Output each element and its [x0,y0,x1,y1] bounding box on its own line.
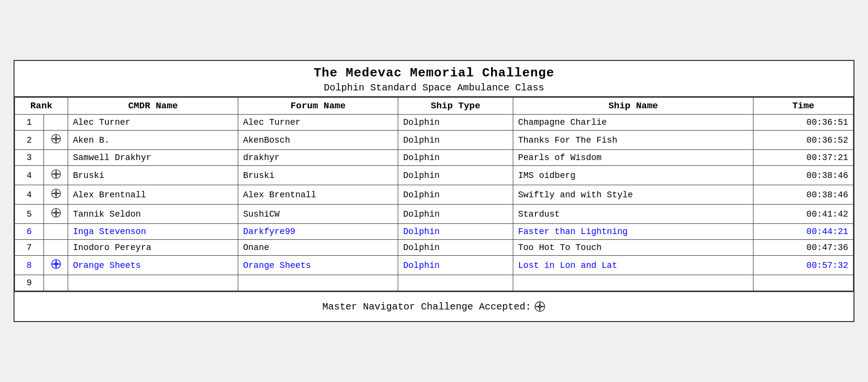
footer-text: Master Navigator Challenge Accepted: [322,301,531,312]
rank-number: 2 [15,131,44,150]
cmdr-name: Orange Sheets [68,256,238,275]
ship-type: Dolphin [398,150,513,166]
table-row: 2 Aken B.AkenBoschDolphinThanks For The … [15,131,854,150]
col-time: Time [753,98,854,115]
nav-icon-cell [44,150,68,166]
table-row: 9 [15,275,854,291]
forum-name: Onane [238,240,398,256]
rank-number: 8 [15,256,44,275]
rank-number: 5 [15,205,44,224]
time: 00:38:46 [753,185,854,205]
table-row: 8 Orange SheetsOrange SheetsDolphinLost … [15,256,854,275]
forum-name: Alec Turner [238,115,398,131]
table-row: 4 Alex BrentnallAlex BrentnallDolphinSwi… [15,185,854,205]
ship-name: Pearls of Wisdom [513,150,753,166]
nav-icon-cell [44,275,68,291]
nav-icon-cell [44,166,68,185]
table-row: 5 Tannik SeldonSushiCWDolphinStardust00:… [15,205,854,224]
col-cmdr: CMDR Name [68,98,238,115]
table-row: 7Inodoro PereyraOnaneDolphinToo Hot To T… [15,240,854,256]
time: 00:41:42 [753,205,854,224]
compass-icon [51,169,61,179]
rank-number: 4 [15,166,44,185]
rank-number: 7 [15,240,44,256]
col-forum: Forum Name [238,98,398,115]
cmdr-name: Bruski [68,166,238,185]
ship-type: Dolphin [398,115,513,131]
compass-icon [51,133,61,144]
nav-icon-cell [44,131,68,150]
results-table: Rank CMDR Name Forum Name Ship Type Ship… [14,97,854,291]
main-title: The Medevac Memorial Challenge [16,66,852,80]
table-row: 1Alec TurnerAlec TurnerDolphinChampagne … [15,115,854,131]
cmdr-name: Aken B. [68,131,238,150]
time: 00:57:32 [753,256,854,275]
compass-icon-footer [534,301,546,312]
col-rank: Rank [15,98,68,115]
compass-icon [51,188,61,199]
page-wrapper: The Medevac Memorial Challenge Dolphin S… [14,60,854,322]
forum-name: Alex Brentnall [238,185,398,205]
ship-type: Dolphin [398,224,513,240]
ship-type: Dolphin [398,185,513,205]
col-ship-name: Ship Name [513,98,753,115]
title-section: The Medevac Memorial Challenge Dolphin S… [14,61,854,97]
svg-point-39 [55,212,57,214]
table-row: 6Inga StevensonDarkfyre99DolphinFaster t… [15,224,854,240]
time: 00:38:46 [753,166,854,185]
compass-icon [51,259,61,269]
cmdr-name: Inodoro Pereyra [68,240,238,256]
svg-point-49 [55,264,57,265]
nav-icon-cell [44,205,68,224]
forum-name: SushiCW [238,205,398,224]
table-header-row: Rank CMDR Name Forum Name Ship Type Ship… [15,98,854,115]
cmdr-name: Samwell Drakhyr [68,150,238,166]
ship-name: Swiftly and with Style [513,185,753,205]
col-ship-type: Ship Type [398,98,513,115]
ship-type: Dolphin [398,131,513,150]
nav-icon-cell [44,224,68,240]
forum-name [238,275,398,291]
cmdr-name: Alec Turner [68,115,238,131]
ship-name: Stardust [513,205,753,224]
table-row: 3Samwell DrakhyrdrakhyrDolphinPearls of … [15,150,854,166]
time: 00:47:36 [753,240,854,256]
rank-number: 9 [15,275,44,291]
ship-type [398,275,513,291]
ship-type: Dolphin [398,205,513,224]
rank-number: 1 [15,115,44,131]
compass-icon [51,207,61,218]
table-row: 4 BruskiBruskiDolphinIMS oidberg00:38:46 [15,166,854,185]
cmdr-name: Tannik Seldon [68,205,238,224]
ship-type: Dolphin [398,240,513,256]
cmdr-name: Inga Stevenson [68,224,238,240]
time [753,275,854,291]
cmdr-name: Alex Brentnall [68,185,238,205]
time: 00:36:52 [753,131,854,150]
cmdr-name [68,275,238,291]
ship-type: Dolphin [398,166,513,185]
ship-name: Champagne Charlie [513,115,753,131]
time: 00:36:51 [753,115,854,131]
ship-name: Faster than Lightning [513,224,753,240]
nav-icon-cell [44,115,68,131]
svg-point-19 [55,174,57,175]
rank-number: 6 [15,224,44,240]
ship-name [513,275,753,291]
ship-name: Too Hot To Touch [513,240,753,256]
svg-point-29 [55,193,57,194]
nav-icon-cell [44,256,68,275]
ship-name: Lost in Lon and Lat [513,256,753,275]
forum-name: AkenBosch [238,131,398,150]
ship-name: Thanks For The Fish [513,131,753,150]
nav-icon-cell [44,240,68,256]
svg-point-59 [539,306,541,308]
forum-name: Darkfyre99 [238,224,398,240]
forum-name: drakhyr [238,150,398,166]
subtitle: Dolphin Standard Space Ambulance Class [16,82,852,93]
footer-section: Master Navigator Challenge Accepted: [14,291,854,321]
rank-number: 4 [15,185,44,205]
ship-name: IMS oidberg [513,166,753,185]
time: 00:44:21 [753,224,854,240]
forum-name: Orange Sheets [238,256,398,275]
